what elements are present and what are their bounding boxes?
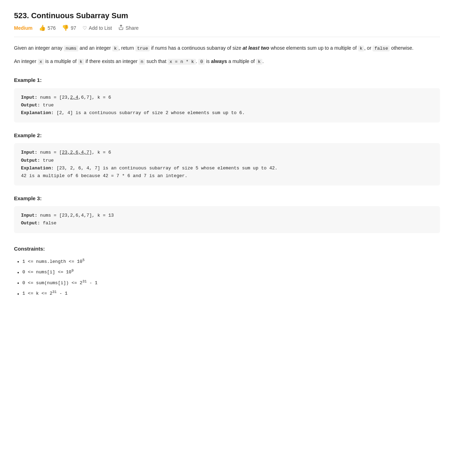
example-3-output-label: Output: bbox=[21, 220, 40, 226]
constraint-2: 0 <= nums[i] <= 109 bbox=[22, 268, 440, 276]
nums-code-1: nums bbox=[64, 46, 78, 51]
description-paragraph-1: Given an integer array nums and an integ… bbox=[14, 44, 440, 52]
k-code-4: k bbox=[256, 59, 262, 65]
k-code-2: k bbox=[358, 46, 364, 51]
thumbs-up-icon: 👍 bbox=[39, 24, 46, 31]
constraint-4: 1 <= k <= 231 - 1 bbox=[22, 289, 440, 298]
thumbs-down-icon: 👎 bbox=[62, 24, 69, 31]
example-1-title: Example 1: bbox=[14, 76, 440, 85]
x-code: x bbox=[38, 59, 44, 65]
example-2-output-label: Output: bbox=[21, 158, 40, 163]
k-code-1: k bbox=[112, 46, 119, 51]
problem-description: Given an integer array nums and an integ… bbox=[14, 44, 440, 298]
dislikes-button[interactable]: 👎 97 bbox=[62, 24, 76, 31]
example-1-input-label: Input: bbox=[21, 95, 37, 100]
nums-italic: nums bbox=[155, 45, 167, 51]
true-code: true bbox=[135, 46, 150, 51]
constraints-list: 1 <= nums.length <= 105 0 <= nums[i] <= … bbox=[14, 257, 440, 298]
n-code: n bbox=[139, 59, 145, 65]
add-to-list-button[interactable]: ♡ Add to List bbox=[83, 25, 112, 31]
example-1-explanation-label: Explanation: bbox=[21, 110, 54, 115]
example-3-title: Example 3: bbox=[14, 194, 440, 203]
always-bold: always bbox=[211, 58, 227, 64]
equation-code: x = n * k bbox=[168, 59, 196, 65]
k-code-3: k bbox=[78, 59, 84, 65]
example-1-output-label: Output: bbox=[21, 103, 40, 108]
share-button[interactable]: Share bbox=[118, 24, 139, 31]
difficulty-badge: Medium bbox=[14, 25, 33, 31]
example-3-block: Input: nums = [23,2,6,4,7], k = 13 Outpu… bbox=[14, 206, 440, 233]
false-code: false bbox=[373, 46, 390, 51]
example-2-block: Input: nums = [23,2,6,4,7], k = 6 Output… bbox=[14, 143, 440, 185]
example-1-underline: 2,4 bbox=[70, 95, 78, 100]
description-paragraph-2: An integer x is a multiple of k if there… bbox=[14, 57, 440, 66]
constraints-title: Constraints: bbox=[14, 244, 440, 253]
share-icon bbox=[118, 24, 124, 31]
example-2-title: Example 2: bbox=[14, 131, 440, 140]
example-2-underline: 23,2,6,4,7 bbox=[62, 150, 89, 155]
example-2-explanation-label: Explanation: bbox=[21, 166, 54, 171]
problem-title: 523. Continuous Subarray Sum bbox=[14, 11, 440, 20]
dislikes-count: 97 bbox=[71, 25, 76, 31]
zero-code: 0 bbox=[198, 59, 205, 65]
example-2-input-label: Input: bbox=[21, 150, 37, 155]
at-least-two: at least two bbox=[243, 45, 269, 51]
meta-bar: Medium 👍 576 👎 97 ♡ Add to List Share bbox=[14, 24, 440, 37]
example-3-input-label: Input: bbox=[21, 213, 37, 218]
example-1-block: Input: nums = [23,2,4,6,7], k = 6 Output… bbox=[14, 88, 440, 122]
constraint-1: 1 <= nums.length <= 105 bbox=[22, 257, 440, 266]
likes-button[interactable]: 👍 576 bbox=[39, 24, 56, 31]
heart-icon: ♡ bbox=[83, 25, 87, 31]
likes-count: 576 bbox=[48, 25, 56, 31]
constraint-3: 0 <= sum(nums[i]) <= 231 - 1 bbox=[22, 279, 440, 287]
